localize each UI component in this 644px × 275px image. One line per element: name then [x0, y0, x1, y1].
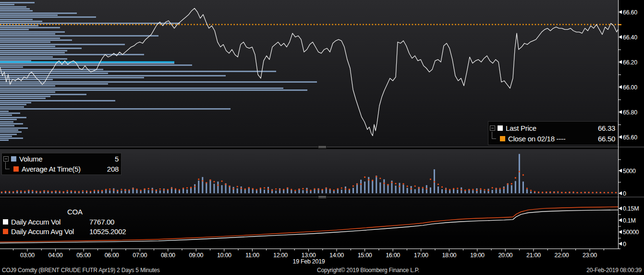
average-at-time-dot — [287, 188, 288, 189]
average-at-time-dot — [391, 182, 392, 183]
volume-profile-bar — [0, 14, 58, 16]
legend-row-last-price: Last Price 66.33 — [490, 123, 615, 133]
volume-profile-bar — [0, 123, 23, 125]
average-at-time-dot — [117, 190, 118, 191]
panel-resize-handle[interactable] — [318, 196, 327, 199]
volume-bar — [233, 187, 234, 193]
average-at-time-dot — [437, 184, 439, 185]
volume-bar — [364, 182, 365, 193]
legend-row-daily-accum-avg-vol: Daily Accum Avg Vol 10525.2002 — [3, 226, 126, 236]
volume-bar — [526, 189, 528, 194]
volume-bar — [395, 186, 397, 193]
volume-profile-bar — [0, 121, 13, 123]
copyright-text: Copyright© 2019 Bloomberg Finance L.P. — [317, 267, 419, 274]
volume-bar — [206, 182, 207, 193]
average-at-time-dot — [36, 191, 37, 192]
volume-bar — [167, 190, 169, 193]
daily-accum-avg-vol-label: Daily Accum Avg Vol — [11, 227, 89, 236]
average-at-time-dot — [47, 190, 49, 192]
volume-bar — [267, 187, 269, 193]
average-at-time-dot — [349, 188, 350, 190]
average-at-time-dot — [132, 188, 134, 189]
volume-profile-bar — [0, 83, 108, 85]
daily-accum-avg-vol-swatch — [3, 229, 8, 234]
volume-legend[interactable]: Volume 5 Average At Time(5) 208 — [1, 153, 122, 175]
average-at-time-dot — [372, 180, 373, 181]
volume-bar — [221, 185, 223, 193]
volume-bar — [379, 182, 381, 193]
volume-bar — [437, 187, 439, 193]
volume-bar — [457, 190, 458, 194]
volume-profile-bar — [0, 94, 86, 95]
average-at-time-dot — [322, 189, 323, 190]
volume-profile-bar — [0, 46, 55, 47]
volume-profile-bar — [0, 44, 125, 45]
average-at-time-dot — [592, 192, 594, 193]
coa-legend[interactable]: COA Daily Accum Vol 7767.00 Daily Accum … — [3, 208, 126, 236]
volume-profile-bar — [0, 117, 26, 118]
average-at-time-dot — [24, 191, 25, 192]
time-tick-label: 23:00 — [583, 252, 597, 259]
panel-resize-handle[interactable] — [318, 146, 327, 149]
volume-bar — [294, 191, 296, 193]
volume-profile-bar — [0, 131, 22, 133]
volume-bar — [453, 189, 454, 193]
time-tick-label: 16:00 — [386, 252, 400, 259]
axis-tick-label: 66.60 — [623, 9, 637, 16]
legend-expand-icon[interactable] — [3, 156, 9, 162]
time-tick-label: 22:00 — [555, 252, 569, 259]
volume-bar — [32, 191, 33, 193]
volume-bar — [329, 189, 331, 193]
volume-profile-bar — [0, 81, 317, 83]
average-at-time-dot — [1, 191, 2, 193]
average-at-time-dot — [519, 171, 520, 172]
average-at-time-dot — [511, 183, 512, 185]
average-at-time-dot — [294, 190, 296, 191]
average-at-time-dot — [472, 188, 474, 190]
time-tick-label: 05:00 — [76, 252, 91, 259]
volume-bar — [519, 154, 520, 193]
last-price-swatch — [498, 125, 503, 131]
average-at-time-dot — [576, 192, 578, 193]
average-at-time-dot — [109, 188, 110, 190]
volume-bar — [302, 190, 304, 193]
volume-profile-bar — [0, 91, 55, 93]
time-tick-label: 21:00 — [526, 252, 541, 259]
average-at-time-dot — [256, 189, 257, 190]
volume-bar — [333, 190, 335, 193]
volume-profile-bar — [0, 108, 231, 110]
time-tick-label: 06:00 — [105, 252, 119, 259]
average-at-time-dot — [252, 188, 254, 189]
legend-row-daily-accum-vol: Daily Accum Vol 7767.00 — [3, 217, 126, 226]
average-at-time-dot — [237, 186, 238, 188]
volume-profile-bar — [0, 100, 115, 101]
average-at-time-dot — [298, 188, 300, 190]
average-at-time-dot — [376, 176, 377, 177]
volume-profile-bar — [0, 33, 55, 35]
average-at-time-dot — [39, 191, 41, 192]
axis-tick-label: 5000 — [623, 168, 636, 175]
average-at-time-dot — [492, 187, 493, 188]
volume-profile-bar — [0, 85, 55, 87]
axis-tick-label: 0.15M — [623, 205, 639, 212]
volume-bar — [383, 179, 385, 193]
volume-bar — [148, 190, 149, 193]
average-at-time-dot — [16, 190, 18, 192]
volume-bar — [109, 190, 110, 193]
average-at-time-dot — [175, 188, 176, 189]
legend-expand-icon[interactable] — [490, 125, 495, 131]
price-legend[interactable]: Last Price 66.33 Close on 02/18 ---- 66.… — [488, 121, 618, 145]
volume-profile-bar — [0, 10, 33, 12]
volume-profile-bar — [0, 136, 12, 137]
time-tick-label: 11:00 — [245, 252, 259, 259]
volume-bar — [403, 185, 404, 193]
daily-accum-vol-label: Daily Accum Vol — [11, 218, 89, 226]
average-at-time-dot — [152, 189, 153, 190]
volume-bar — [430, 188, 431, 193]
legend-row-avg-at-time: Average At Time(5) 208 — [3, 164, 119, 174]
time-tick-label: 13:00 — [302, 252, 316, 259]
volume-profile-bar — [0, 56, 53, 58]
average-at-time-dot — [217, 185, 219, 186]
volume-label: Volume — [19, 155, 42, 163]
volume-bar — [244, 189, 246, 194]
